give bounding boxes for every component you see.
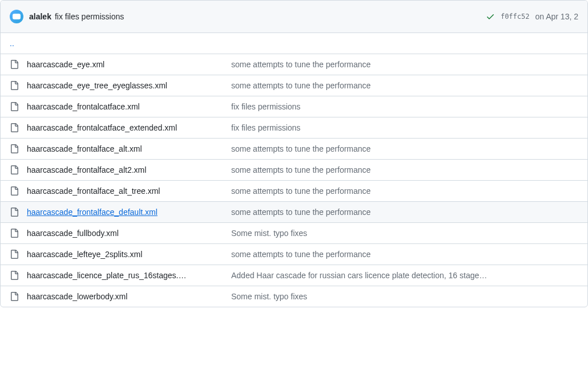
file-name-cell: haarcascade_lowerbody.xml (27, 292, 231, 301)
avatar[interactable] (10, 10, 23, 23)
commit-message-cell[interactable]: Added Haar cascade for russian cars lice… (231, 271, 578, 280)
parent-dir-link[interactable]: .. (10, 39, 14, 48)
file-name-cell: haarcascade_frontalface_default.xml (27, 208, 231, 217)
file-row[interactable]: haarcascade_eye_tree_eyeglasses.xmlsome … (1, 75, 587, 96)
commit-message-cell[interactable]: some attempts to tune the performance (231, 165, 578, 174)
commit-hash[interactable]: f0ffc52 (501, 13, 530, 21)
commit-author[interactable]: alalek (29, 12, 51, 21)
file-link[interactable]: haarcascade_frontalcatface.xml (27, 102, 140, 111)
file-link[interactable]: haarcascade_lowerbody.xml (27, 292, 127, 301)
commit-message-cell[interactable]: fix files permissions (231, 123, 578, 132)
parent-dir-row[interactable]: .. (1, 33, 587, 54)
file-link[interactable]: haarcascade_eye.xml (27, 60, 104, 69)
file-name-cell: haarcascade_frontalcatface_extended.xml (27, 123, 231, 132)
commit-message-cell[interactable]: some attempts to tune the performance (231, 81, 578, 90)
file-icon (10, 165, 27, 174)
file-icon (10, 123, 27, 132)
file-browser: alalek fix files permissions f0ffc52 on … (0, 0, 588, 307)
file-link[interactable]: haarcascade_licence_plate_rus_16stages.… (27, 271, 186, 280)
file-row[interactable]: haarcascade_frontalface_alt_tree.xmlsome… (1, 181, 587, 202)
file-link[interactable]: haarcascade_fullbody.xml (27, 229, 119, 238)
commit-message-cell[interactable]: some attempts to tune the performance (231, 144, 578, 153)
file-link[interactable]: haarcascade_lefteye_2splits.xml (27, 250, 142, 259)
file-row[interactable]: haarcascade_frontalface_alt2.xmlsome att… (1, 160, 587, 181)
commit-message-cell[interactable]: some attempts to tune the performance (231, 208, 578, 217)
file-row[interactable]: haarcascade_frontalcatface.xmlfix files … (1, 96, 587, 117)
file-row[interactable]: haarcascade_fullbody.xmlSome mist. typo … (1, 223, 587, 244)
file-name-cell: haarcascade_lefteye_2splits.xml (27, 250, 231, 259)
file-icon (10, 271, 27, 280)
file-link[interactable]: haarcascade_frontalcatface_extended.xml (27, 123, 177, 132)
file-link[interactable]: haarcascade_eye_tree_eyeglasses.xml (27, 81, 167, 90)
commit-message-cell[interactable]: Some mist. typo fixes (231, 229, 578, 238)
file-icon (10, 102, 27, 111)
file-link[interactable]: haarcascade_frontalface_alt.xml (27, 144, 142, 153)
commit-message-cell[interactable]: some attempts to tune the performance (231, 60, 578, 69)
file-icon (10, 250, 27, 259)
commit-message-cell[interactable]: Some mist. typo fixes (231, 292, 578, 301)
file-name-cell: haarcascade_frontalface_alt2.xml (27, 165, 231, 174)
file-row[interactable]: haarcascade_frontalface_alt.xmlsome atte… (1, 139, 587, 160)
file-icon (10, 81, 27, 90)
commit-date: on Apr 13, 2 (535, 12, 578, 21)
file-row[interactable]: haarcascade_licence_plate_rus_16stages.…… (1, 265, 587, 286)
file-row[interactable]: haarcascade_lefteye_2splits.xmlsome atte… (1, 244, 587, 265)
file-name-cell: haarcascade_frontalface_alt.xml (27, 144, 231, 153)
commit-header: alalek fix files permissions f0ffc52 on … (1, 1, 587, 33)
file-link[interactable]: haarcascade_frontalface_alt_tree.xml (27, 186, 160, 196)
file-name-cell: haarcascade_frontalface_alt_tree.xml (27, 186, 231, 196)
commit-message-cell[interactable]: some attempts to tune the performance (231, 250, 578, 259)
file-name-cell: haarcascade_eye_tree_eyeglasses.xml (27, 81, 231, 90)
file-row[interactable]: haarcascade_lowerbody.xmlSome mist. typo… (1, 286, 587, 307)
file-icon (10, 144, 27, 153)
file-row[interactable]: haarcascade_eye.xmlsome attempts to tune… (1, 54, 587, 75)
file-row[interactable]: haarcascade_frontalcatface_extended.xmlf… (1, 117, 587, 139)
commit-message[interactable]: fix files permissions (55, 12, 124, 21)
commit-message-cell[interactable]: fix files permissions (231, 102, 578, 111)
file-icon (10, 292, 27, 301)
file-icon (10, 229, 27, 238)
file-icon (10, 186, 27, 196)
check-icon[interactable] (486, 12, 495, 21)
file-name-cell: haarcascade_frontalcatface.xml (27, 102, 231, 111)
file-link[interactable]: haarcascade_frontalface_default.xml (27, 208, 158, 217)
file-row[interactable]: haarcascade_frontalface_default.xmlsome … (1, 202, 587, 223)
commit-meta: f0ffc52 on Apr 13, 2 (486, 12, 578, 21)
commit-message-cell[interactable]: some attempts to tune the performance (231, 186, 578, 196)
file-name-cell: haarcascade_licence_plate_rus_16stages.… (27, 271, 231, 280)
file-name-cell: haarcascade_eye.xml (27, 60, 231, 69)
file-icon (10, 60, 27, 69)
file-icon (10, 208, 27, 217)
file-name-cell: haarcascade_fullbody.xml (27, 229, 231, 238)
file-link[interactable]: haarcascade_frontalface_alt2.xml (27, 165, 146, 174)
